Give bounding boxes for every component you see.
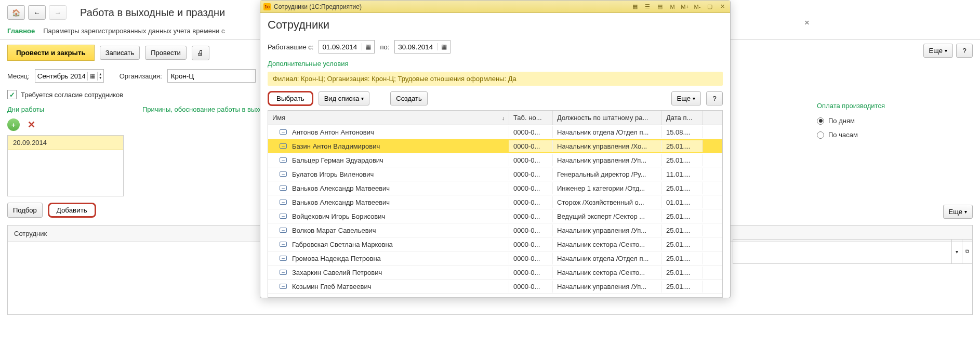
table-row[interactable]: –Булатов Игорь Виленович0000-0...Генерал…: [268, 167, 722, 181]
table-row[interactable]: –Ваньков Александр Матвеевич0000-0...Инж…: [268, 181, 722, 195]
row-pos: Инженер 1 категории /Отд...: [553, 182, 662, 194]
row-name: Габровская Светлана Марковна: [292, 241, 393, 248]
table-row[interactable]: –Бальцер Герман Эдуардович0000-0...Начал…: [268, 153, 722, 167]
dialog-help-button[interactable]: ?: [706, 91, 723, 105]
table-row[interactable]: –Антонов Антон Антонович0000-0...Начальн…: [268, 125, 722, 139]
month-input[interactable]: ▦ ▲▼: [35, 69, 104, 83]
employee-col-header: Сотрудник: [14, 230, 47, 237]
row-icon: –: [280, 256, 287, 261]
print-button[interactable]: 🖨: [192, 46, 209, 60]
table-row[interactable]: –Козьмин Глеб Матвеевич0000-0...Начальни…: [268, 280, 722, 294]
table-row[interactable]: –Габровская Светлана Марковна0000-0...На…: [268, 237, 722, 251]
row-name: Базин Антон Владимирович: [292, 142, 380, 150]
month-label: Месяц:: [7, 72, 30, 80]
page-title: Работа в выходные и праздни: [80, 7, 225, 19]
table-row[interactable]: –Громова Надежда Петровна0000-0...Началь…: [268, 251, 722, 266]
spin-up-icon[interactable]: ▲: [99, 72, 102, 76]
col-name-header[interactable]: Имя ↓: [268, 111, 509, 125]
filter-summary-bar: Филиал: Крон-Ц; Организация: Крон-Ц; Тру…: [268, 72, 723, 86]
save-button[interactable]: Записать: [100, 46, 140, 60]
date-from-field[interactable]: [319, 42, 362, 52]
row-pos: Ведущий эксперт /Сектор ...: [553, 210, 662, 222]
row-pos: Начальник отдела /Отдел п...: [553, 253, 662, 264]
date-to-input[interactable]: ▦: [394, 40, 451, 54]
calendar-from-icon[interactable]: ▦: [362, 43, 374, 50]
back-button[interactable]: ←: [28, 5, 46, 20]
forward-button[interactable]: →: [49, 5, 67, 20]
table-row[interactable]: –Волков Марат Савельевич0000-0...Начальн…: [268, 223, 722, 237]
pick-button[interactable]: Подбор: [7, 203, 43, 218]
col-tab-header[interactable]: Таб. но...: [509, 111, 553, 125]
list-view-button[interactable]: Вид списка: [319, 91, 370, 105]
date-list-item[interactable]: 20.09.2014: [8, 136, 123, 150]
month-field[interactable]: [35, 71, 87, 81]
spin-down-icon[interactable]: ▼: [99, 76, 102, 79]
consent-checkbox[interactable]: ✓: [7, 90, 17, 99]
delete-day-button[interactable]: ✕: [25, 118, 37, 131]
col-pos-header[interactable]: Должность по штатному ра...: [553, 111, 662, 125]
row-date: 25.01....: [662, 182, 703, 194]
comment-input[interactable]: [733, 246, 951, 258]
date-from-input[interactable]: ▦: [319, 40, 375, 54]
comment-box[interactable]: ▾ ⧉: [733, 239, 973, 264]
row-tab: 0000-0...: [509, 154, 553, 166]
date-to-field[interactable]: [395, 42, 438, 52]
calendar-icon[interactable]: ▦: [87, 72, 98, 81]
row-date: 25.01....: [662, 267, 703, 279]
tab-params[interactable]: Параметры зарегистрированных данных учет…: [43, 27, 224, 35]
extra-conditions-link[interactable]: Дополнительные условия: [268, 57, 723, 71]
row-icon: –: [280, 228, 287, 233]
add-employee-button[interactable]: Добавить: [48, 203, 96, 218]
table-row[interactable]: –Захаркин Савелий Петрович0000-0...Начал…: [268, 266, 722, 280]
pay-by-hours-radio[interactable]: [817, 131, 824, 139]
table-row[interactable]: –Войцехович Игорь Борисович0000-0...Веду…: [268, 209, 722, 223]
row-pos: Начальник управления /Уп...: [553, 154, 662, 166]
row-tab: 0000-0...: [509, 168, 553, 180]
col-date-header[interactable]: Дата п...: [662, 111, 703, 125]
calendar-to-icon[interactable]: ▦: [438, 43, 450, 50]
dialog-more-button[interactable]: Еще: [671, 91, 701, 105]
pay-by-hours-label: По часам: [828, 131, 858, 139]
more-button-mid[interactable]: Еще: [943, 205, 973, 219]
select-button[interactable]: Выбрать: [268, 91, 313, 106]
org-input[interactable]: [167, 69, 256, 83]
row-date: 25.01....: [662, 154, 703, 166]
tab-main[interactable]: Главное: [7, 27, 35, 35]
tb-icon-1[interactable]: ▦: [630, 2, 640, 11]
row-date: 25.01....: [662, 140, 703, 152]
pay-by-days-radio[interactable]: [817, 117, 824, 125]
tb-m-minus[interactable]: M-: [693, 2, 702, 11]
close-main-icon[interactable]: ×: [804, 18, 810, 28]
grid-body[interactable]: –Антонов Антон Антонович0000-0...Начальн…: [268, 125, 722, 297]
tb-m-plus[interactable]: M+: [680, 2, 690, 11]
post-button[interactable]: Провести: [145, 46, 187, 60]
row-icon: –: [280, 214, 287, 219]
date-list[interactable]: 20.09.2014: [7, 135, 124, 196]
row-tab: 0000-0...: [509, 224, 553, 236]
home-button[interactable]: 🏠: [7, 5, 25, 20]
row-name: Козьмин Глеб Матвеевич: [292, 283, 371, 290]
comment-open-icon[interactable]: ⧉: [962, 240, 972, 263]
row-name: Бальцер Герман Эдуардович: [292, 156, 383, 164]
help-button-top[interactable]: ?: [956, 44, 973, 58]
dialog-titlebar[interactable]: 1c Сотрудники (1С:Предприятие) ▦ ☰ ▤ M M…: [260, 1, 730, 13]
dialog-maximize-icon[interactable]: ▢: [705, 2, 714, 11]
reasons-label: Причины, обоснование работы в выход: [142, 105, 267, 113]
post-and-close-button[interactable]: Провести и закрыть: [7, 45, 95, 61]
tb-icon-calc[interactable]: ▤: [655, 2, 665, 11]
table-row[interactable]: –Базин Антон Владимирович0000-0...Началь…: [268, 139, 722, 153]
comment-dropdown-icon[interactable]: ▾: [951, 240, 962, 263]
worked-from-label: Работавшие с:: [268, 43, 313, 51]
sort-icon[interactable]: ↓: [502, 115, 505, 121]
more-button-top[interactable]: Еще: [923, 44, 953, 58]
dialog-close-icon[interactable]: ✕: [718, 2, 727, 11]
row-icon: –: [280, 200, 287, 205]
create-button[interactable]: Создать: [390, 91, 427, 105]
row-date: 25.01....: [662, 238, 703, 250]
tb-m[interactable]: M: [668, 2, 677, 11]
row-icon: –: [280, 157, 287, 163]
row-icon: –: [280, 143, 287, 149]
table-row[interactable]: –Ваньков Александр Матвеевич0000-0...Сто…: [268, 195, 722, 209]
add-day-button[interactable]: +: [7, 118, 20, 131]
tb-icon-2[interactable]: ☰: [643, 2, 652, 11]
